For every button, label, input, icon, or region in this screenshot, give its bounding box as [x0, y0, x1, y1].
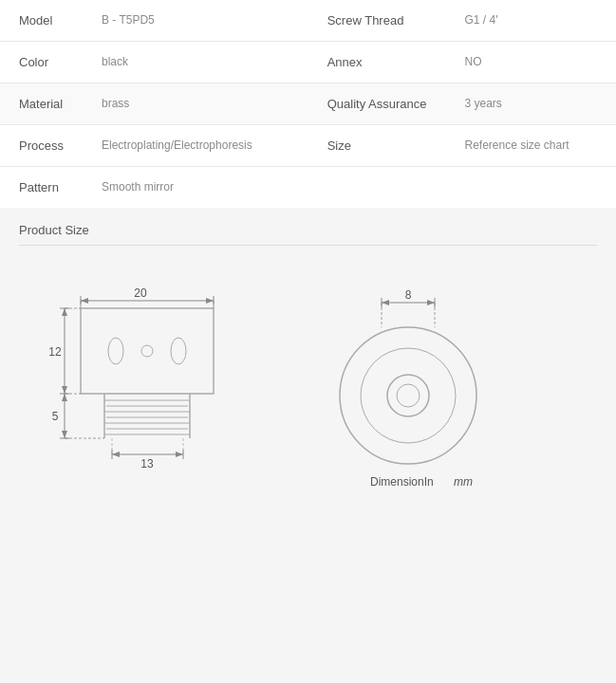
product-size-divider — [19, 245, 597, 246]
material-value: brass — [83, 83, 308, 125]
pattern-label: Pattern — [0, 167, 83, 209]
svg-point-50 — [361, 348, 456, 443]
size-label: Size — [308, 125, 446, 167]
svg-marker-47 — [427, 300, 435, 305]
quality-label: Quality Assurance — [308, 83, 446, 125]
svg-marker-35 — [62, 394, 67, 401]
svg-text:12: 12 — [48, 345, 62, 359]
svg-marker-3 — [81, 298, 88, 304]
product-size-title: Product Size — [19, 223, 597, 237]
svg-point-7 — [108, 338, 123, 364]
svg-text:5: 5 — [52, 410, 59, 423]
svg-point-8 — [141, 345, 153, 357]
empty-value — [445, 167, 616, 209]
process-label: Process — [0, 125, 83, 167]
svg-marker-46 — [382, 300, 389, 305]
diagram-area: 20 12 — [0, 253, 616, 547]
product-size-section: Product Size — [0, 208, 616, 253]
annex-value: NO — [445, 42, 616, 83]
svg-marker-14 — [62, 386, 67, 394]
svg-text:8: 8 — [405, 288, 412, 302]
svg-point-51 — [387, 375, 429, 416]
svg-text:13: 13 — [140, 457, 154, 471]
quality-value: 3 years — [445, 83, 616, 125]
color-label: Color — [0, 42, 83, 83]
svg-text:mm: mm — [454, 475, 473, 489]
color-value: black — [83, 42, 308, 83]
pattern-value: Smooth mirror — [83, 167, 308, 209]
screw-thread-value: G1 / 4' — [445, 0, 616, 42]
side-view: 8 DimensionIn mm — [313, 282, 503, 490]
spec-row-pattern: Pattern Smooth mirror — [0, 167, 616, 209]
svg-point-9 — [171, 338, 186, 364]
svg-marker-13 — [62, 308, 67, 316]
empty-label — [308, 167, 446, 209]
spec-row-model: Model B - T5PD5 Screw Thread G1 / 4' — [0, 0, 616, 42]
svg-point-52 — [397, 384, 420, 407]
svg-marker-4 — [206, 298, 214, 304]
process-value: Electroplating/Electrophoresis — [83, 125, 308, 167]
annex-label: Annex — [308, 42, 446, 83]
svg-text:20: 20 — [134, 286, 147, 300]
material-label: Material — [0, 83, 83, 125]
spec-row-process: Process Electroplating/Electrophoresis S… — [0, 125, 616, 167]
front-view: 20 12 — [28, 272, 275, 519]
spec-row-material: Material brass Quality Assurance 3 years — [0, 83, 616, 125]
model-value: B - T5PD5 — [83, 0, 308, 42]
screw-thread-label: Screw Thread — [308, 0, 446, 42]
svg-rect-6 — [81, 308, 214, 394]
svg-text:DimensionIn: DimensionIn — [370, 475, 434, 489]
svg-marker-28 — [112, 452, 120, 457]
side-view-svg: 8 DimensionIn mm — [313, 282, 503, 509]
model-label: Model — [0, 0, 83, 42]
spec-row-color: Color black Annex NO — [0, 42, 616, 83]
specs-table: Model B - T5PD5 Screw Thread G1 / 4' Col… — [0, 0, 616, 208]
svg-marker-36 — [62, 431, 67, 438]
size-value: Reference size chart — [445, 125, 616, 167]
svg-marker-29 — [176, 452, 183, 457]
front-view-svg: 20 12 — [28, 272, 275, 528]
